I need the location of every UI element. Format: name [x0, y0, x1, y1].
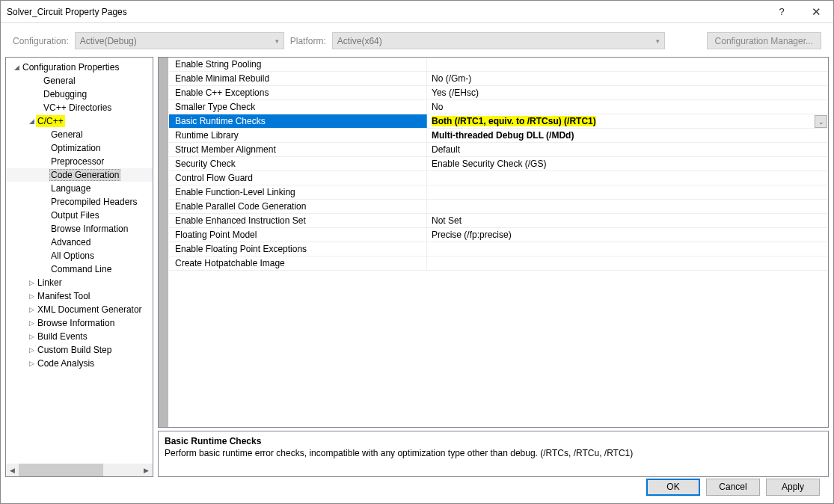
tree-item-cpp[interactable]: ◢ C/C++ [6, 114, 153, 128]
tree-item-optimization[interactable]: Optimization [6, 141, 153, 155]
tree-item-linker[interactable]: ▷Linker [6, 276, 153, 289]
tree-item-manifest-tool[interactable]: ▷Manifest Tool [6, 289, 153, 303]
collapse-icon: ◢ [12, 64, 21, 71]
grid-gutter [159, 58, 169, 427]
property-value[interactable] [427, 171, 828, 185]
property-value[interactable] [427, 185, 828, 199]
property-grid: Enable String PoolingEnable Minimal Rebu… [158, 57, 829, 428]
description-title: Basic Runtime Checks [165, 436, 822, 446]
tree-item-code-generation[interactable]: Code Generation [6, 168, 153, 182]
property-value[interactable] [427, 200, 828, 213]
tree-item-debugging[interactable]: Debugging [6, 87, 153, 101]
property-value[interactable] [427, 58, 828, 71]
tree-item-command-line[interactable]: Command Line [6, 262, 153, 276]
tree-item-output-files[interactable]: Output Files [6, 209, 153, 222]
apply-button[interactable]: Apply [766, 479, 820, 496]
property-name: Runtime Library [169, 129, 427, 142]
tree-item-precompiled-headers[interactable]: Precompiled Headers [6, 195, 153, 209]
tree-item-custom-build-step[interactable]: ▷Custom Build Step [6, 343, 153, 357]
tree-item-browse-info[interactable]: Browse Information [6, 222, 153, 236]
tree-item-language[interactable]: Language [6, 182, 153, 195]
expand-icon: ▷ [27, 346, 36, 354]
property-name: Enable Function-Level Linking [169, 185, 427, 199]
property-row[interactable]: Enable C++ ExceptionsYes (/EHsc) [169, 86, 828, 100]
platform-value: Active(x64) [337, 36, 382, 46]
property-value[interactable]: No [427, 100, 828, 114]
tree-item-cpp-general[interactable]: General [6, 128, 153, 141]
property-value[interactable]: Not Set [427, 214, 828, 227]
expand-icon: ▷ [27, 279, 36, 286]
property-row[interactable]: Security CheckEnable Security Check (/GS… [169, 157, 828, 171]
configuration-value: Active(Debug) [80, 36, 137, 46]
property-row[interactable]: Smaller Type CheckNo [169, 100, 828, 114]
property-row[interactable]: Basic Runtime ChecksBoth (/RTC1, equiv. … [169, 114, 828, 129]
platform-dropdown[interactable]: Active(x64) ▾ [332, 32, 665, 49]
property-value[interactable]: Precise (/fp:precise) [427, 228, 828, 242]
help-button[interactable]: ? [764, 1, 799, 23]
property-value[interactable]: No (/Gm-) [427, 72, 828, 85]
property-value[interactable]: Multi-threaded Debug DLL (/MDd) [427, 129, 828, 142]
configuration-dropdown[interactable]: Active(Debug) ▾ [75, 32, 284, 49]
close-button[interactable]: ✕ [799, 1, 833, 23]
chevron-down-icon: ▾ [656, 37, 660, 45]
property-value[interactable] [427, 242, 828, 256]
property-row[interactable]: Enable Floating Point Exceptions [169, 242, 828, 256]
dropdown-button[interactable]: ⌄ [815, 115, 827, 128]
property-row[interactable]: Control Flow Guard [169, 171, 828, 185]
tree-item-vcdirs[interactable]: VC++ Directories [6, 101, 153, 114]
property-value[interactable]: Both (/RTC1, equiv. to /RTCsu) (/RTC1)⌄ [427, 114, 828, 128]
property-value[interactable]: Yes (/EHsc) [427, 86, 828, 99]
property-value[interactable]: Default [427, 143, 828, 156]
expand-icon: ▷ [27, 292, 36, 300]
property-name: Floating Point Model [169, 228, 427, 242]
nav-tree: ◢ Configuration Properties General Debug… [5, 57, 153, 477]
tree-item-xml-doc-gen[interactable]: ▷XML Document Generator [6, 303, 153, 316]
titlebar: Solver_Circuit Property Pages ? ✕ [1, 1, 833, 23]
property-row[interactable]: Create Hotpatchable Image [169, 256, 828, 271]
expand-icon: ▷ [27, 333, 36, 340]
property-row[interactable]: Struct Member AlignmentDefault [169, 143, 828, 157]
property-value[interactable]: Enable Security Check (/GS) [427, 157, 828, 170]
cancel-button[interactable]: Cancel [706, 479, 760, 496]
property-name: Create Hotpatchable Image [169, 256, 427, 270]
configuration-manager-button[interactable]: Configuration Manager... [707, 32, 821, 49]
property-name: Smaller Type Check [169, 100, 427, 114]
tree-item-preprocessor[interactable]: Preprocessor [6, 155, 153, 168]
property-name: Enable Parallel Code Generation [169, 200, 427, 213]
content-column: Enable String PoolingEnable Minimal Rebu… [158, 57, 829, 477]
collapse-icon: ◢ [27, 117, 36, 125]
expand-icon: ▷ [27, 306, 36, 313]
property-name: Enable Enhanced Instruction Set [169, 214, 427, 227]
tree-item-code-analysis[interactable]: ▷Code Analysis [6, 357, 153, 370]
property-row[interactable]: Enable Enhanced Instruction SetNot Set [169, 214, 828, 228]
tree-item-general[interactable]: General [6, 74, 153, 87]
property-row[interactable]: Runtime LibraryMulti-threaded Debug DLL … [169, 129, 828, 143]
property-name: Enable C++ Exceptions [169, 86, 427, 99]
property-row[interactable]: Floating Point ModelPrecise (/fp:precise… [169, 228, 828, 242]
config-label: Configuration: [13, 36, 69, 46]
config-toolbar: Configuration: Active(Debug) ▾ Platform:… [1, 23, 833, 57]
dialog-footer: OK Cancel Apply [1, 470, 833, 503]
property-row[interactable]: Enable Parallel Code Generation [169, 200, 828, 214]
expand-icon: ▷ [27, 319, 36, 327]
chevron-down-icon: ▾ [275, 37, 279, 45]
property-name: Security Check [169, 157, 427, 170]
tree-item-all-options[interactable]: All Options [6, 249, 153, 262]
property-row[interactable]: Enable String Pooling [169, 58, 828, 72]
tree-item-browse-information[interactable]: ▷Browse Information [6, 316, 153, 330]
property-name: Enable String Pooling [169, 58, 427, 71]
property-value[interactable] [427, 256, 828, 270]
property-row[interactable]: Enable Minimal RebuildNo (/Gm-) [169, 72, 828, 86]
property-row[interactable]: Enable Function-Level Linking [169, 185, 828, 200]
window-title: Solver_Circuit Property Pages [7, 7, 764, 17]
property-name: Control Flow Guard [169, 171, 427, 185]
property-name: Enable Floating Point Exceptions [169, 242, 427, 256]
expand-icon: ▷ [27, 360, 36, 367]
property-name: Enable Minimal Rebuild [169, 72, 427, 85]
tree-item-advanced[interactable]: Advanced [6, 236, 153, 249]
tree-item-config-properties[interactable]: ◢ Configuration Properties [6, 61, 153, 74]
tree-item-build-events[interactable]: ▷Build Events [6, 330, 153, 343]
main-area: ◢ Configuration Properties General Debug… [1, 57, 833, 477]
description-body: Perform basic runtime error checks, inco… [165, 448, 822, 458]
ok-button[interactable]: OK [646, 479, 700, 496]
